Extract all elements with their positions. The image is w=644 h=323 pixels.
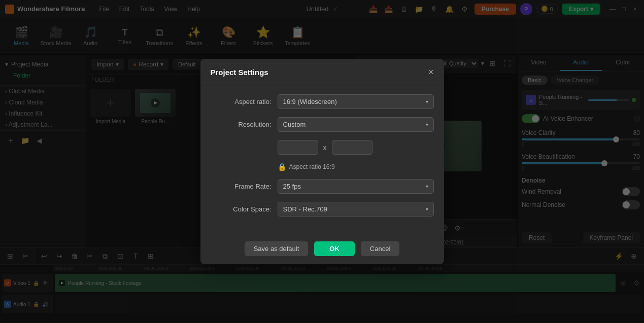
dimensions-row: 640 x 360 — [211, 140, 434, 155]
dimension-x-separator: x — [323, 143, 327, 152]
save-as-default-button[interactable]: Save as default — [245, 241, 309, 256]
aspect-ratio-arrow-icon: ▾ — [426, 99, 428, 104]
cancel-button[interactable]: Cancel — [361, 241, 399, 256]
height-input[interactable]: 360 — [332, 140, 372, 155]
frame-rate-arrow-icon: ▾ — [426, 184, 428, 189]
aspect-lock-row: 🔒 Aspect ratio 16:9 — [211, 163, 434, 171]
aspect-lock-label: Aspect ratio 16:9 — [289, 163, 335, 170]
frame-rate-select[interactable]: 25 fps ▾ — [278, 179, 434, 194]
aspect-ratio-label: Aspect ratio: — [211, 98, 272, 105]
resolution-value: Custom — [283, 121, 306, 128]
project-settings-modal: Project Settings × Aspect ratio: 16:9 (W… — [200, 59, 444, 264]
resolution-label: Resolution: — [211, 121, 272, 128]
aspect-ratio-row: Aspect ratio: 16:9 (Widescreen) ▾ — [211, 94, 434, 109]
color-space-value: SDR - Rec.709 — [283, 205, 327, 213]
modal-body: Aspect ratio: 16:9 (Widescreen) ▾ Resolu… — [200, 84, 444, 235]
frame-rate-row: Frame Rate: 25 fps ▾ — [211, 179, 434, 194]
modal-overlay: Project Settings × Aspect ratio: 16:9 (W… — [0, 0, 644, 323]
modal-header: Project Settings × — [200, 59, 444, 84]
modal-close-button[interactable]: × — [428, 67, 434, 78]
modal-title: Project Settings — [211, 68, 268, 77]
aspect-ratio-select[interactable]: 16:9 (Widescreen) ▾ — [278, 94, 434, 109]
color-space-arrow-icon: ▾ — [426, 206, 428, 212]
resolution-arrow-icon: ▾ — [426, 122, 428, 127]
frame-rate-label: Frame Rate: — [211, 183, 272, 190]
dimension-inputs: 640 x 360 — [278, 140, 434, 155]
color-space-row: Color Space: SDR - Rec.709 ▾ — [211, 202, 434, 217]
aspect-ratio-value: 16:9 (Widescreen) — [283, 98, 337, 105]
color-space-label: Color Space: — [211, 205, 272, 213]
modal-footer: Save as default OK Cancel — [200, 235, 444, 264]
width-input[interactable]: 640 — [278, 140, 318, 155]
ok-button[interactable]: OK — [314, 241, 355, 256]
color-space-select[interactable]: SDR - Rec.709 ▾ — [278, 202, 434, 217]
lock-icon: 🔒 — [278, 163, 286, 171]
resolution-select[interactable]: Custom ▾ — [278, 117, 434, 132]
resolution-row: Resolution: Custom ▾ — [211, 117, 434, 132]
frame-rate-value: 25 fps — [283, 183, 301, 190]
